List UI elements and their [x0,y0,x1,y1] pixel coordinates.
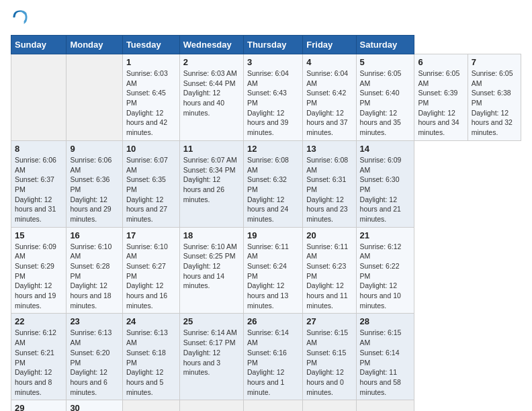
day-info: Sunrise: 6:13 AM Sunset: 6:18 PM Dayligh… [126,328,176,397]
day-cell: 20 Sunrise: 6:11 AM Sunset: 6:23 PM Dayl… [303,227,356,314]
day-info: Sunrise: 6:11 AM Sunset: 6:24 PM Dayligh… [247,242,299,311]
empty-cell [303,400,356,411]
day-cell: 3 Sunrise: 6:04 AM Sunset: 6:43 PM Dayli… [243,54,302,141]
calendar-week-row: 22 Sunrise: 6:12 AM Sunset: 6:21 PM Dayl… [11,314,521,400]
day-number: 26 [247,316,299,326]
day-cell: 13 Sunrise: 6:08 AM Sunset: 6:31 PM Dayl… [303,140,356,227]
day-cell: 4 Sunrise: 6:04 AM Sunset: 6:42 PM Dayli… [303,54,356,141]
day-cell: 14 Sunrise: 6:09 AM Sunset: 6:30 PM Dayl… [356,140,414,227]
day-number: 6 [418,57,463,67]
day-number: 1 [126,57,176,67]
day-info: Sunrise: 6:05 AM Sunset: 6:39 PM Dayligh… [418,68,463,138]
day-number: 17 [126,230,176,240]
day-info: Sunrise: 6:04 AM Sunset: 6:43 PM Dayligh… [247,68,299,138]
day-info: Sunrise: 6:14 AM Sunset: 6:17 PM Dayligh… [183,328,240,377]
day-info: Sunrise: 6:11 AM Sunset: 6:23 PM Dayligh… [306,242,352,311]
day-number: 14 [360,144,411,154]
day-info: Sunrise: 6:15 AM Sunset: 6:15 PM Dayligh… [306,328,352,397]
day-cell: 28 Sunrise: 6:15 AM Sunset: 6:14 PM Dayl… [356,314,414,400]
day-number: 20 [306,230,352,240]
day-cell: 2 Sunrise: 6:03 AM Sunset: 6:44 PM Dayli… [179,54,243,141]
day-cell: 6 Sunrise: 6:05 AM Sunset: 6:39 PM Dayli… [414,54,468,141]
day-number: 16 [70,230,119,240]
day-info: Sunrise: 6:05 AM Sunset: 6:38 PM Dayligh… [472,68,517,138]
page-header [11,11,521,27]
day-number: 8 [15,144,62,154]
calendar-week-row: 8 Sunrise: 6:06 AM Sunset: 6:37 PM Dayli… [11,140,521,227]
empty-cell [66,54,123,141]
day-info: Sunrise: 6:08 AM Sunset: 6:31 PM Dayligh… [306,155,352,224]
empty-cell [356,400,414,411]
day-cell: 8 Sunrise: 6:06 AM Sunset: 6:37 PM Dayli… [11,140,66,227]
calendar-week-row: 1 Sunrise: 6:03 AM Sunset: 6:45 PM Dayli… [11,54,521,141]
day-cell: 30 Sunrise: 6:16 AM Sunset: 6:11 PM Dayl… [66,400,123,411]
day-number: 13 [306,144,352,154]
day-info: Sunrise: 6:10 AM Sunset: 6:27 PM Dayligh… [126,242,176,311]
day-number: 30 [70,403,119,411]
day-info: Sunrise: 6:06 AM Sunset: 6:36 PM Dayligh… [70,155,119,224]
day-info: Sunrise: 6:04 AM Sunset: 6:42 PM Dayligh… [306,68,352,138]
day-cell: 25 Sunrise: 6:14 AM Sunset: 6:17 PM Dayl… [179,314,243,400]
col-header-friday: Friday [303,36,356,54]
day-info: Sunrise: 6:12 AM Sunset: 6:21 PM Dayligh… [15,328,62,397]
day-number: 27 [306,316,352,326]
day-number: 28 [360,316,411,326]
calendar-week-row: 29 Sunrise: 6:16 AM Sunset: 6:13 PM Dayl… [11,400,521,411]
day-info: Sunrise: 6:06 AM Sunset: 6:37 PM Dayligh… [15,155,62,224]
day-info: Sunrise: 6:08 AM Sunset: 6:32 PM Dayligh… [247,155,299,224]
day-info: Sunrise: 6:05 AM Sunset: 6:40 PM Dayligh… [360,68,411,138]
day-cell: 16 Sunrise: 6:10 AM Sunset: 6:28 PM Dayl… [66,227,123,314]
day-cell: 17 Sunrise: 6:10 AM Sunset: 6:27 PM Dayl… [122,227,179,314]
col-header-wednesday: Wednesday [179,36,243,54]
day-info: Sunrise: 6:14 AM Sunset: 6:16 PM Dayligh… [247,328,299,397]
day-info: Sunrise: 6:09 AM Sunset: 6:29 PM Dayligh… [15,242,62,311]
day-number: 24 [126,316,176,326]
day-cell: 15 Sunrise: 6:09 AM Sunset: 6:29 PM Dayl… [11,227,66,314]
day-number: 9 [70,144,119,154]
day-cell: 12 Sunrise: 6:08 AM Sunset: 6:32 PM Dayl… [243,140,302,227]
day-number: 25 [183,316,240,326]
day-info: Sunrise: 6:03 AM Sunset: 6:44 PM Dayligh… [183,68,240,118]
day-number: 23 [70,316,119,326]
day-info: Sunrise: 6:10 AM Sunset: 6:28 PM Dayligh… [70,242,119,311]
day-info: Sunrise: 6:03 AM Sunset: 6:45 PM Dayligh… [126,68,176,138]
day-info: Sunrise: 6:09 AM Sunset: 6:30 PM Dayligh… [360,155,411,224]
day-number: 11 [183,144,240,154]
day-info: Sunrise: 6:07 AM Sunset: 6:35 PM Dayligh… [126,155,176,224]
day-info: Sunrise: 6:13 AM Sunset: 6:20 PM Dayligh… [70,328,119,397]
day-number: 12 [247,144,299,154]
col-header-thursday: Thursday [243,36,302,54]
day-number: 19 [247,230,299,240]
calendar-week-row: 15 Sunrise: 6:09 AM Sunset: 6:29 PM Dayl… [11,227,521,314]
day-number: 7 [472,57,517,67]
col-header-monday: Monday [66,36,123,54]
day-number: 22 [15,316,62,326]
day-cell: 21 Sunrise: 6:12 AM Sunset: 6:22 PM Dayl… [356,227,414,314]
day-number: 18 [183,230,240,240]
day-info: Sunrise: 6:10 AM Sunset: 6:25 PM Dayligh… [183,242,240,291]
calendar-header-row: SundayMondayTuesdayWednesdayThursdayFrid… [11,36,521,54]
day-cell: 19 Sunrise: 6:11 AM Sunset: 6:24 PM Dayl… [243,227,302,314]
day-number: 15 [15,230,62,240]
day-number: 4 [306,57,352,67]
day-number: 10 [126,144,176,154]
day-info: Sunrise: 6:15 AM Sunset: 6:14 PM Dayligh… [360,328,411,397]
day-cell: 23 Sunrise: 6:13 AM Sunset: 6:20 PM Dayl… [66,314,123,400]
calendar-table: SundayMondayTuesdayWednesdayThursdayFrid… [11,35,521,411]
day-number: 2 [183,57,240,67]
col-header-sunday: Sunday [11,36,66,54]
day-cell: 26 Sunrise: 6:14 AM Sunset: 6:16 PM Dayl… [243,314,302,400]
day-cell: 27 Sunrise: 6:15 AM Sunset: 6:15 PM Dayl… [303,314,356,400]
day-cell: 10 Sunrise: 6:07 AM Sunset: 6:35 PM Dayl… [122,140,179,227]
day-number: 3 [247,57,299,67]
day-info: Sunrise: 6:07 AM Sunset: 6:34 PM Dayligh… [183,155,240,204]
day-number: 29 [15,403,62,411]
logo [11,11,31,27]
day-cell: 24 Sunrise: 6:13 AM Sunset: 6:18 PM Dayl… [122,314,179,400]
empty-cell [179,400,243,411]
day-cell: 22 Sunrise: 6:12 AM Sunset: 6:21 PM Dayl… [11,314,66,400]
day-cell: 29 Sunrise: 6:16 AM Sunset: 6:13 PM Dayl… [11,400,66,411]
day-cell: 1 Sunrise: 6:03 AM Sunset: 6:45 PM Dayli… [122,54,179,141]
empty-cell [243,400,302,411]
col-header-saturday: Saturday [356,36,414,54]
